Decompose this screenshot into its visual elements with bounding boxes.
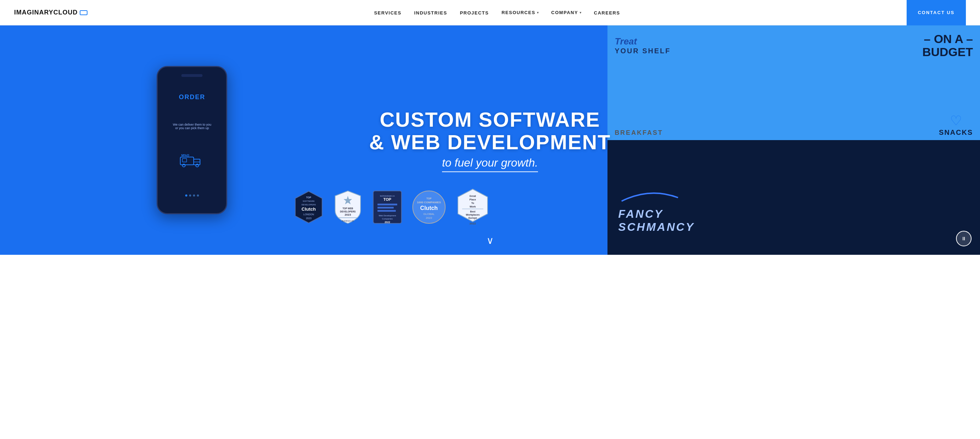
badge-techreviewer: techreviewer.co TOP Web Development Comp…: [372, 189, 403, 225]
badges-row: TOP SOFTWARE DEVELOPERS Clutch LONDON 20…: [294, 188, 490, 227]
chevron-down-icon: ▾: [580, 11, 581, 14]
phone-order-text: ORDER: [179, 94, 205, 101]
nav-link-projects[interactable]: PROJECTS: [460, 10, 489, 16]
svg-text:LONDON: LONDON: [303, 213, 314, 216]
svg-text:M%O: M%O: [181, 154, 189, 157]
nav-link-services[interactable]: SERVICES: [374, 10, 401, 16]
svg-text:Workplaces: Workplaces: [466, 213, 480, 216]
phone-notch: [181, 74, 202, 77]
hero-subline: to fuel your growth.: [442, 156, 538, 172]
clutch-global-badge-icon: TOP 1000 COMPANIES Clutch GLOBAL 2022: [411, 189, 447, 225]
clutch-london-hex-icon: TOP SOFTWARE DEVELOPERS Clutch LONDON 20…: [294, 191, 324, 224]
svg-text:GLOBAL: GLOBAL: [423, 212, 435, 216]
phone-mockup: ORDER We can deliver them to youor you c…: [157, 66, 227, 214]
nav-item-resources[interactable]: RESOURCES ▾: [502, 10, 539, 15]
svg-text:Web Development: Web Development: [379, 215, 396, 217]
pause-button[interactable]: ⏸: [956, 231, 972, 247]
svg-text:Work: Work: [470, 205, 476, 208]
svg-text:To: To: [471, 202, 474, 204]
svg-text:Companies: Companies: [382, 218, 393, 220]
svg-text:Europe: Europe: [468, 217, 477, 220]
headline-line1: CUSTOM SOFTWARE: [380, 108, 600, 131]
nav-link-industries[interactable]: INDUSTRIES: [414, 10, 447, 16]
blue-curve-icon: [618, 187, 682, 205]
svg-text:Great: Great: [469, 195, 476, 197]
svg-text:2023: 2023: [345, 213, 351, 216]
phone-content: ORDER We can deliver them to youor you c…: [162, 83, 222, 207]
svg-text:Place: Place: [469, 198, 476, 201]
chevron-down-icon: ▾: [537, 11, 539, 14]
svg-text:techreviewer.co: techreviewer.co: [380, 195, 395, 197]
nav-item-careers[interactable]: CAREERS: [594, 10, 620, 16]
fancy-schmancy-text: FANCYSCHMANCY: [618, 207, 977, 234]
svg-text:1000 COMPANIES: 1000 COMPANIES: [417, 201, 441, 204]
svg-text:DEVELOPERS: DEVELOPERS: [302, 204, 316, 206]
pause-icon: ⏸: [961, 236, 966, 242]
svg-text:RANKED #2: RANKED #2: [342, 220, 354, 222]
phone-dot: [193, 194, 195, 197]
logo-link[interactable]: IMAGINARYCLOUD: [14, 9, 88, 16]
svg-rect-23: [377, 204, 397, 205]
nav-link-resources[interactable]: RESOURCES: [502, 10, 536, 15]
svg-text:DEVELOPERS: DEVELOPERS: [340, 210, 356, 213]
truck-icon: M%O: [180, 152, 204, 170]
svg-rect-24: [377, 207, 394, 208]
hero-section: Treat YOUR SHELF BREAKFAST – ON A –BUDGE…: [0, 25, 980, 255]
svg-text:Clutch: Clutch: [420, 205, 438, 211]
nav-item-industries[interactable]: INDUSTRIES: [414, 10, 447, 16]
snacks-section: ♡ SNACKS: [939, 113, 973, 137]
nav-item-company[interactable]: COMPANY ▾: [551, 10, 581, 15]
phone-dot-active: [185, 194, 187, 197]
treat-text: Treat: [614, 36, 671, 47]
badge-clutch-london: TOP SOFTWARE DEVELOPERS Clutch LONDON 20…: [294, 191, 324, 224]
on-budget-section: – ON A –BUDGET: [922, 32, 973, 59]
svg-text:SOFTWARE: SOFTWARE: [303, 200, 315, 202]
svg-text:2022: 2022: [426, 216, 432, 220]
svg-text:TOP: TOP: [306, 196, 312, 199]
logo-text: IMAGINARYCLOUD: [14, 9, 78, 16]
svg-text:TOP: TOP: [426, 197, 432, 200]
svg-text:TOP WEB: TOP WEB: [342, 207, 353, 210]
svg-text:2022: 2022: [469, 222, 476, 225]
top-web-developers-icon: TOP WEB DEVELOPERS 2023 RANKED #2: [332, 189, 363, 225]
fancy-schmancy-section: FANCYSCHMANCY: [618, 187, 977, 234]
phone-dot: [197, 194, 199, 197]
nav-item-projects[interactable]: PROJECTS: [460, 10, 489, 16]
great-place-to-work-badge-icon: Great Place To Work Best Workplaces Euro…: [455, 188, 490, 227]
chevron-down-icon: ∨: [487, 235, 494, 246]
svg-text:TOP: TOP: [383, 197, 391, 202]
scroll-down-arrow[interactable]: ∨: [487, 235, 494, 247]
svg-rect-5: [182, 159, 187, 162]
navbar: IMAGINARYCLOUD SERVICES INDUSTRIES PROJE…: [0, 0, 980, 25]
badge-great-place-to-work: Great Place To Work Best Workplaces Euro…: [455, 188, 490, 227]
contact-us-button[interactable]: CONTACT US: [907, 0, 966, 25]
nav-links: SERVICES INDUSTRIES PROJECTS RESOURCES ▾…: [374, 10, 620, 16]
hero-headline: CUSTOM SOFTWARE & WEB DEVELOPMENT: [366, 108, 614, 154]
snacks-text: SNACKS: [939, 129, 973, 137]
nav-link-company[interactable]: COMPANY: [551, 10, 578, 15]
your-shelf-text: YOUR SHELF: [614, 47, 671, 55]
phone-dot: [189, 194, 191, 197]
nav-item-services[interactable]: SERVICES: [374, 10, 401, 16]
logo-icon: [80, 10, 88, 15]
breakfast-text: BREAKFAST: [614, 129, 663, 137]
svg-text:2022: 2022: [385, 221, 391, 223]
phone-delivery-text: We can deliver them to youor you can pic…: [170, 123, 214, 130]
headline-line2: & WEB DEVELOPMENT: [369, 130, 611, 154]
phone-dots: [185, 194, 199, 197]
badge-top-web-developers: TOP WEB DEVELOPERS 2023 RANKED #2: [332, 189, 363, 225]
svg-rect-25: [377, 210, 396, 212]
hero-bg-right-bottom: FANCYSCHMANCY: [608, 140, 980, 255]
badge-clutch-global: TOP 1000 COMPANIES Clutch GLOBAL 2022: [411, 189, 447, 225]
svg-text:Clutch: Clutch: [302, 207, 316, 212]
svg-text:Best: Best: [470, 210, 476, 213]
hero-text-block: CUSTOM SOFTWARE & WEB DEVELOPMENT to fue…: [366, 108, 614, 172]
nav-link-careers[interactable]: CAREERS: [594, 10, 620, 16]
hero-bg-right-top: Treat YOUR SHELF BREAKFAST – ON A –BUDGE…: [608, 25, 980, 140]
techreviewer-badge-icon: techreviewer.co TOP Web Development Comp…: [372, 189, 403, 225]
svg-text:2023: 2023: [306, 217, 312, 220]
